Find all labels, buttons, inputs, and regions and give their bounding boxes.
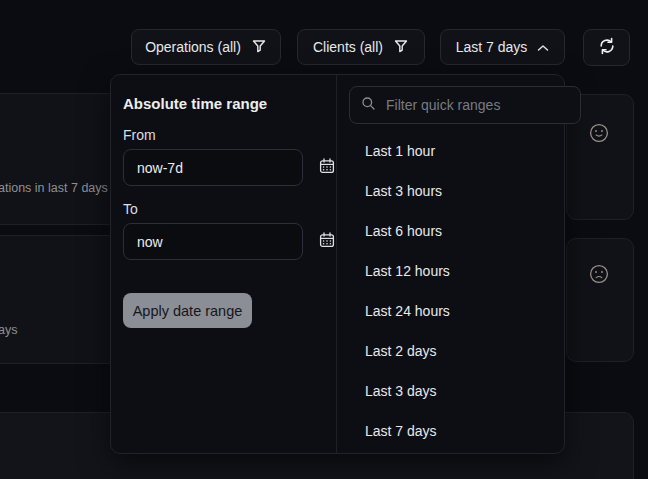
quick-ranges-list: Last 1 hour Last 3 hours Last 6 hours La… xyxy=(349,131,581,451)
from-label: From xyxy=(123,128,336,143)
to-label: To xyxy=(123,202,336,217)
quick-ranges-search[interactable] xyxy=(349,86,581,124)
calendar-icon[interactable] xyxy=(318,231,336,253)
from-input[interactable] xyxy=(123,149,303,186)
panel-title: Absolute time range xyxy=(123,95,336,112)
quick-range-item[interactable]: Last 12 hours xyxy=(349,251,581,291)
background-card-top-left xyxy=(0,93,118,225)
filter-quick-ranges-input[interactable] xyxy=(384,96,569,114)
absolute-time-range-section: Absolute time range From To xyxy=(111,75,337,453)
search-icon xyxy=(361,96,376,115)
time-range-dropdown-panel: Absolute time range From To xyxy=(110,74,565,454)
to-input[interactable] xyxy=(123,223,303,260)
quick-range-item[interactable]: Last 7 days xyxy=(349,411,581,451)
calendar-icon[interactable] xyxy=(318,157,336,179)
clients-filter-button[interactable]: Clients (all) xyxy=(297,29,425,65)
operations-filter-button[interactable]: Operations (all) xyxy=(131,29,281,65)
refresh-button[interactable] xyxy=(583,29,630,66)
background-card-caption: ations in last 7 days xyxy=(0,181,108,195)
time-range-label: Last 7 days xyxy=(456,39,528,55)
quick-range-item[interactable]: Last 3 days xyxy=(349,371,581,411)
app-screen: ations in last 7 days ays Operations (al… xyxy=(0,0,648,479)
apply-date-range-button[interactable]: Apply date range xyxy=(123,293,252,328)
background-card-mid-left xyxy=(0,235,118,364)
refresh-icon xyxy=(597,36,617,59)
quick-range-item[interactable]: Last 1 hour xyxy=(349,131,581,171)
chevron-up-icon xyxy=(537,39,549,55)
time-range-button[interactable]: Last 7 days xyxy=(440,29,565,65)
background-card-caption-2: ays xyxy=(0,323,17,337)
quick-range-item[interactable]: Last 6 hours xyxy=(349,211,581,251)
funnel-icon xyxy=(393,38,409,57)
quick-range-item[interactable]: Last 24 hours xyxy=(349,291,581,331)
quick-range-item[interactable]: Last 2 days xyxy=(349,331,581,371)
clients-filter-label: Clients (all) xyxy=(313,39,383,55)
quick-ranges-section: Last 1 hour Last 3 hours Last 6 hours La… xyxy=(337,75,593,453)
funnel-icon xyxy=(251,38,267,57)
quick-range-item[interactable]: Last 3 hours xyxy=(349,171,581,211)
operations-filter-label: Operations (all) xyxy=(145,39,241,55)
